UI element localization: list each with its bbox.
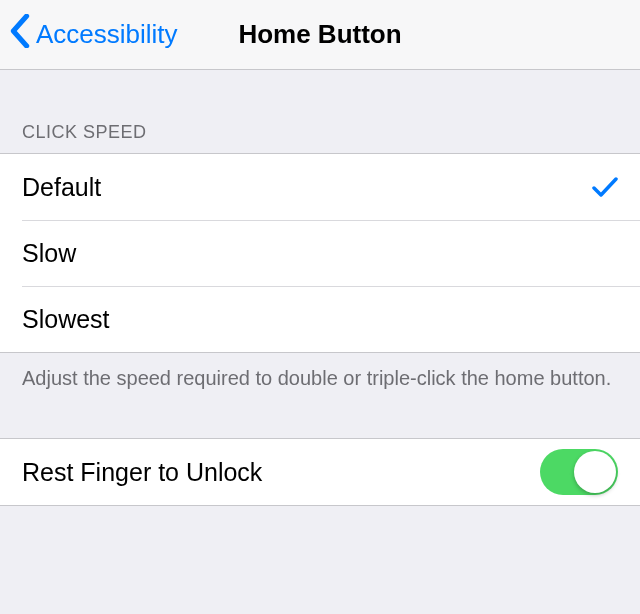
option-label: Default [22, 173, 101, 202]
settings-screen: Accessibility Home Button Click Speed De… [0, 0, 640, 614]
click-speed-option-default[interactable]: Default [0, 154, 640, 220]
back-label: Accessibility [36, 19, 178, 50]
toggle-knob [574, 451, 616, 493]
rest-finger-toggle[interactable] [540, 449, 618, 495]
checkmark-icon [592, 176, 618, 198]
section-footer-click-speed: Adjust the speed required to double or t… [0, 353, 640, 410]
back-button[interactable]: Accessibility [0, 14, 178, 55]
click-speed-group: Default Slow Slowest [0, 153, 640, 353]
rest-finger-label: Rest Finger to Unlock [22, 458, 262, 487]
option-label: Slowest [22, 305, 110, 334]
navbar: Accessibility Home Button [0, 0, 640, 70]
spacer [0, 410, 640, 438]
section-header-click-speed: Click Speed [0, 70, 640, 153]
option-label: Slow [22, 239, 76, 268]
click-speed-option-slowest[interactable]: Slowest [0, 286, 640, 352]
click-speed-option-slow[interactable]: Slow [0, 220, 640, 286]
rest-finger-group: Rest Finger to Unlock [0, 438, 640, 506]
chevron-left-icon [10, 14, 36, 55]
rest-finger-row[interactable]: Rest Finger to Unlock [0, 439, 640, 505]
